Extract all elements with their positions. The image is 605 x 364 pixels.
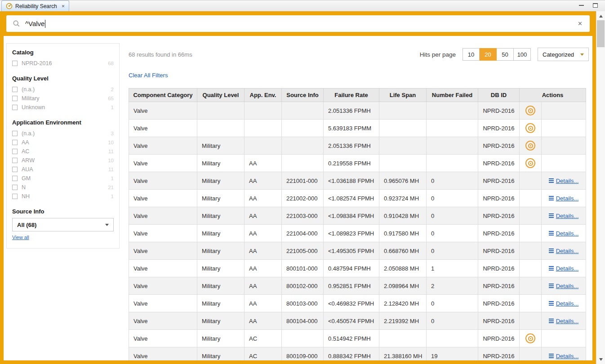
clear-search-icon[interactable]: ✕ — [577, 20, 583, 27]
minimize-button[interactable] — [579, 5, 584, 6]
bullseye-dot — [530, 110, 531, 111]
details-link[interactable]: Details... — [549, 195, 579, 202]
table-row: ValveMilitaryAC0.514942 FPMHNPRD-2016 — [129, 330, 586, 347]
checkbox[interactable] — [12, 131, 18, 136]
filter-item-unknown[interactable]: Unknown1 — [12, 103, 114, 112]
filter-item-n[interactable]: N21 — [12, 183, 114, 192]
filter-item-na[interactable]: (n.a.)3 — [12, 129, 114, 138]
details-link[interactable]: Details... — [549, 213, 579, 219]
column-header-actions: Actions — [520, 89, 586, 102]
cell-life-span — [379, 120, 427, 137]
actions-cell: Details... — [520, 207, 586, 224]
details-link[interactable]: Details... — [549, 178, 579, 184]
scroll-up-arrow[interactable] — [596, 12, 605, 20]
action-icon-slot — [520, 102, 541, 119]
search-input[interactable]: ^Valve — [25, 20, 44, 27]
tab-close-icon[interactable]: ✕ — [62, 4, 65, 9]
cell-db-id: NPRD-2016 — [478, 172, 520, 190]
maximize-button[interactable] — [593, 3, 598, 8]
cell-component-category: Valve — [129, 295, 197, 312]
scrollbar-thumb[interactable] — [597, 20, 605, 47]
checkbox[interactable] — [12, 149, 18, 154]
details-link[interactable]: Details... — [549, 283, 579, 289]
table-row: Valve5.639183 FPMMNPRD-2016 — [129, 120, 586, 137]
cell-source-info: 221001-000 — [282, 172, 324, 190]
scroll-down-arrow[interactable] — [596, 355, 605, 363]
details-icon — [549, 301, 554, 306]
cell-number-failed — [427, 120, 478, 137]
cell-life-span — [379, 330, 427, 347]
filter-item-label: Unknown — [22, 104, 45, 111]
source-info-dropdown[interactable]: All (68) — [12, 218, 114, 231]
bullseye-icon[interactable] — [525, 158, 535, 168]
results-bar: 68 results found in 66ms Hits per page 1… — [129, 48, 589, 61]
hits-per-page-20[interactable]: 20 — [480, 48, 497, 61]
details-link[interactable]: Details... — [549, 265, 579, 272]
filter-item-ac[interactable]: AC11 — [12, 147, 114, 156]
filter-item-gm[interactable]: GM1 — [12, 174, 114, 183]
filter-item-military[interactable]: Military65 — [12, 94, 114, 103]
bullseye-icon[interactable] — [525, 333, 535, 343]
filter-item-label: AC — [22, 148, 29, 155]
column-header-failure-rate: Failure Rate — [324, 89, 379, 102]
hits-per-page-10[interactable]: 10 — [463, 48, 480, 61]
details-link[interactable]: Details... — [549, 318, 579, 324]
filter-item-arw[interactable]: ARW10 — [12, 156, 114, 165]
vertical-scrollbar[interactable] — [596, 11, 605, 364]
checkbox[interactable] — [12, 140, 18, 145]
checkbox[interactable] — [12, 194, 18, 199]
details-link[interactable]: Details... — [549, 230, 579, 237]
view-mode-dropdown[interactable]: Categorized — [538, 48, 589, 61]
hits-per-page-100[interactable]: 100 — [514, 48, 531, 61]
details-link-label: Details... — [556, 283, 579, 289]
cell-actions — [520, 155, 586, 172]
bullseye-icon[interactable] — [525, 123, 535, 133]
cell-failure-rate: <0.469832 FPMH — [324, 295, 379, 312]
filter-item-nh[interactable]: NH1 — [12, 192, 114, 201]
details-link-label: Details... — [556, 300, 579, 307]
actions-cell — [520, 155, 586, 172]
cell-actions: Details... — [520, 277, 586, 295]
cell-app-env- — [245, 102, 282, 120]
checkbox[interactable] — [12, 96, 18, 101]
cell-source-info: 800102-000 — [282, 277, 324, 295]
checkbox[interactable] — [12, 185, 18, 190]
checkbox[interactable] — [12, 167, 18, 172]
bullseye-ring — [528, 336, 533, 341]
cell-db-id: NPRD-2016 — [478, 155, 520, 172]
checkbox[interactable] — [12, 176, 18, 181]
cell-quality-level: Military — [197, 312, 245, 330]
details-icon — [549, 249, 554, 253]
checkbox[interactable] — [12, 105, 18, 110]
search-box[interactable]: ^Valve ✕ — [6, 15, 590, 32]
tab-reliability-search[interactable]: Reliability Search ✕ — [1, 0, 69, 11]
column-header-quality-level: Quality Level — [197, 89, 245, 102]
filter-groups: CatalogNPRD-201668Quality Level(n.a.)2Mi… — [12, 49, 114, 201]
filter-item-nprd2016[interactable]: NPRD-201668 — [12, 59, 114, 68]
checkbox[interactable] — [12, 158, 18, 163]
view-all-link[interactable]: View all — [12, 235, 29, 240]
bullseye-ring — [528, 126, 533, 131]
cell-actions: Details... — [520, 347, 586, 361]
checkbox[interactable] — [12, 61, 18, 66]
filter-item-aua[interactable]: AUA11 — [12, 165, 114, 174]
hits-per-page-50[interactable]: 50 — [497, 48, 514, 61]
bullseye-icon[interactable] — [525, 106, 535, 115]
action-link-slot: Details... — [541, 347, 586, 360]
cell-app-env-: AA — [245, 242, 282, 260]
bullseye-dot — [530, 145, 531, 146]
cell-quality-level — [197, 102, 245, 120]
filter-item-count: 10 — [108, 158, 114, 163]
details-link[interactable]: Details... — [549, 248, 579, 254]
cell-source-info — [282, 102, 324, 120]
filter-item-na[interactable]: (n.a.)2 — [12, 85, 114, 94]
filter-item-aa[interactable]: AA10 — [12, 138, 114, 147]
column-header-source-info: Source Info — [282, 89, 324, 102]
details-link[interactable]: Details... — [549, 300, 579, 307]
clear-all-filters-link[interactable]: Clear All Filters — [129, 72, 168, 79]
action-icon-slot — [520, 277, 541, 294]
details-link[interactable]: Details... — [549, 353, 579, 360]
reliability-search-icon — [6, 3, 13, 9]
checkbox[interactable] — [12, 87, 18, 92]
bullseye-icon[interactable] — [525, 141, 535, 151]
